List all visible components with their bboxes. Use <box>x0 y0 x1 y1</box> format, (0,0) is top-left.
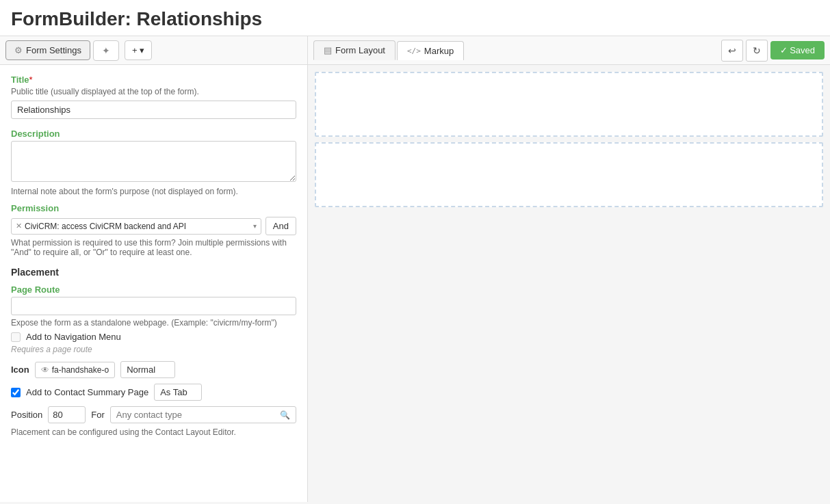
form-layout-block-1 <box>315 72 823 137</box>
undo-icon: ↩ <box>728 45 736 56</box>
add-dropdown-arrow: ▾ <box>140 45 144 55</box>
description-help-text: Internal note about the form's purpose (… <box>11 187 296 196</box>
as-tab-input[interactable] <box>154 384 202 401</box>
placement-note: Placement can be configured using the Co… <box>11 427 296 437</box>
title-field-label: Title* <box>11 75 296 85</box>
contact-type-input[interactable] <box>116 410 277 420</box>
permission-remove-icon[interactable]: ✕ <box>16 222 22 230</box>
placement-heading: Placement <box>11 267 296 278</box>
permission-select[interactable]: ✕ CiviCRM: access CiviCRM backend and AP… <box>11 218 261 235</box>
permission-row: ✕ CiviCRM: access CiviCRM backend and AP… <box>11 217 296 235</box>
redo-button[interactable]: ↻ <box>746 40 768 62</box>
saved-button[interactable]: ✓ Saved <box>770 41 825 59</box>
left-panel: ⚙ Form Settings ✦ + ▾ Title* Public titl… <box>0 36 308 502</box>
form-layout-block-2 <box>315 142 823 207</box>
icon-selector[interactable]: 👁 fa-handshake-o <box>35 362 115 378</box>
icon-size-input[interactable] <box>120 361 175 378</box>
permission-help-text: What permission is required to use this … <box>11 238 296 257</box>
contact-summary-checkbox[interactable] <box>11 388 21 397</box>
tab-form-settings-label: Form Settings <box>26 45 81 55</box>
permission-dropdown-icon[interactable]: ▾ <box>253 222 257 230</box>
tab-fields[interactable]: ✦ <box>93 40 119 61</box>
fields-icon: ✦ <box>102 45 110 56</box>
position-label: Position <box>11 410 42 420</box>
permission-tag-text: CiviCRM: access CiviCRM backend and API <box>25 222 186 231</box>
add-icon: + <box>132 45 138 55</box>
position-input[interactable] <box>48 406 86 423</box>
page-route-input[interactable] <box>11 297 296 315</box>
tab-markup[interactable]: </> Markup <box>397 41 464 60</box>
add-button[interactable]: + ▾ <box>125 40 152 60</box>
position-row: Position For 🔍 <box>11 406 296 423</box>
description-field-label: Description <box>11 129 296 139</box>
description-label: Description <box>11 129 60 139</box>
right-content <box>308 65 830 502</box>
description-section: Description Internal note about the form… <box>11 129 296 196</box>
page-route-label: Page Route <box>11 284 60 295</box>
nav-menu-disabled-text: Requires a page route <box>11 345 296 354</box>
and-button[interactable]: And <box>265 217 296 235</box>
icon-label: Icon <box>11 364 29 375</box>
tab-form-settings[interactable]: ⚙ Form Settings <box>5 40 90 60</box>
left-content: Title* Public title (usually displayed a… <box>0 65 307 502</box>
title-label: Title <box>11 75 29 85</box>
tab-markup-label: Markup <box>424 46 454 56</box>
right-tabs: ▤ Form Layout </> Markup ↩ ↻ ✓ Saved <box>308 36 830 65</box>
saved-label: ✓ Saved <box>780 45 815 55</box>
contact-summary-row: Add to Contact Summary Page <box>11 384 296 401</box>
permission-section: Permission ✕ CiviCRM: access CiviCRM bac… <box>11 203 296 257</box>
icon-row: Icon 👁 fa-handshake-o <box>11 361 296 378</box>
search-icon: 🔍 <box>280 410 290 420</box>
code-icon: </> <box>407 47 421 55</box>
redo-icon: ↻ <box>753 45 761 56</box>
permission-field-label: Permission <box>11 203 296 213</box>
left-tabs: ⚙ Form Settings ✦ + ▾ <box>0 36 307 65</box>
title-section: Title* Public title (usually displayed a… <box>11 75 296 122</box>
nav-menu-label: Add to Navigation Menu <box>26 332 121 342</box>
contact-type-field[interactable]: 🔍 <box>110 406 296 423</box>
permission-label: Permission <box>11 203 59 213</box>
nav-menu-checkbox[interactable] <box>11 332 21 342</box>
right-toolbar: ↩ ↻ ✓ Saved <box>721 40 825 62</box>
for-label: For <box>91 410 105 420</box>
tab-form-layout-label: Form Layout <box>335 45 385 55</box>
placement-section: Placement Page Route Expose the form as … <box>11 267 296 437</box>
right-panel: ▤ Form Layout </> Markup ↩ ↻ ✓ Saved <box>308 36 830 502</box>
description-input[interactable] <box>11 141 296 182</box>
title-input[interactable] <box>11 101 296 119</box>
undo-button[interactable]: ↩ <box>721 40 743 62</box>
gear-icon: ⚙ <box>14 45 23 55</box>
tab-form-layout[interactable]: ▤ Form Layout <box>313 40 395 60</box>
page-route-help: Expose the form as a standalone webpage.… <box>11 318 296 328</box>
icon-value-text: fa-handshake-o <box>52 365 109 375</box>
nav-menu-row: Add to Navigation Menu <box>11 332 296 342</box>
title-required: * <box>29 75 33 85</box>
title-help-text: Public title (usually displayed at the t… <box>11 87 296 96</box>
eye-icon: 👁 <box>41 365 49 375</box>
page-title: FormBuilder: Relationships <box>0 0 830 36</box>
contact-summary-label: Add to Contact Summary Page <box>26 387 148 397</box>
layout-icon: ▤ <box>324 45 332 55</box>
page-route-section: Page Route Expose the form as a standalo… <box>11 284 296 328</box>
